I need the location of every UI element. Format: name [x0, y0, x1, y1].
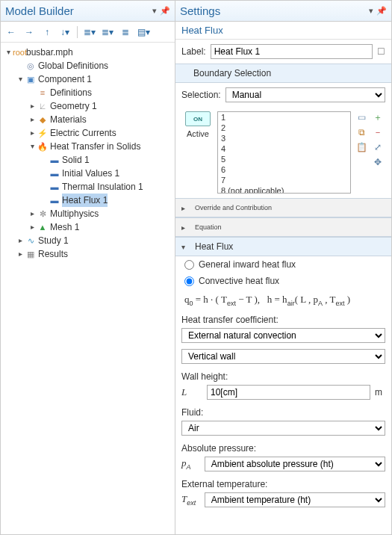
tree-item-label: Definitions — [50, 86, 92, 99]
tree-item-label: Initial Values 1 — [62, 167, 119, 180]
remove-icon[interactable]: － — [372, 126, 384, 138]
radio-general[interactable] — [184, 260, 194, 270]
paste-icon[interactable]: 📋 — [355, 141, 367, 153]
tree-item-icon: ▲ — [37, 220, 49, 234]
tree-node[interactable]: ▸⟀Geometry 1 — [1, 99, 175, 113]
tree-twisty-icon[interactable]: ▸ — [28, 113, 37, 126]
expand-icon[interactable]: ≣▾ — [100, 25, 115, 40]
boundary-listbox[interactable]: 12345678 (not applicable) — [217, 111, 351, 194]
nav-up-icon[interactable]: ↑ — [40, 25, 55, 40]
copy-icon[interactable]: ⧉ — [355, 126, 367, 138]
tree-node[interactable]: ▬Thermal Insulation 1 — [1, 180, 175, 194]
wall-height-symbol: L — [181, 386, 202, 398]
heat-flux-formula: q0 = h · ( Text − T ), h = hair( L , pA … — [175, 289, 391, 312]
tree-twisty-icon[interactable]: ▸ — [28, 126, 37, 140]
boundary-item[interactable]: 8 (not applicable) — [218, 185, 350, 194]
tree-node[interactable]: ▸✼Multiphysics — [1, 207, 175, 220]
tree-node[interactable]: ▬Solid 1 — [1, 153, 175, 167]
tree-node[interactable]: ▬Heat Flux 1 — [1, 194, 175, 207]
tree-node[interactable]: ▾rootbusbar.mph — [1, 46, 175, 59]
nav-fwd-icon[interactable]: → — [22, 25, 37, 40]
radio-general-row[interactable]: General inward heat flux — [175, 256, 391, 273]
boundary-selection-header[interactable]: Boundary Selection — [175, 64, 391, 83]
pressure-label: Absolute pressure: — [175, 440, 391, 455]
settings-subtitle: Heat Flux — [175, 22, 391, 40]
htc-label: Heat transfer coefficient: — [175, 312, 391, 327]
override-section[interactable]: ▸ Override and Contribution — [175, 198, 391, 217]
tree-item-icon: ◆ — [37, 113, 49, 126]
radio-convective[interactable] — [184, 276, 194, 286]
boundary-item[interactable]: 6 — [218, 164, 350, 175]
tree-node[interactable]: ▬Initial Values 1 — [1, 167, 175, 180]
boundary-item[interactable]: 5 — [218, 154, 350, 164]
tree-twisty-icon[interactable]: ▸ — [16, 234, 25, 247]
activate-icon[interactable]: ▭ — [355, 111, 367, 123]
active-toggle[interactable]: ON — [185, 111, 211, 126]
wall-height-input[interactable] — [207, 385, 370, 400]
list-icon[interactable]: ≣ — [118, 25, 133, 40]
boundary-item[interactable]: 1 — [218, 112, 350, 123]
panel-menu-icon[interactable]: ▾ — [152, 6, 157, 16]
tree-twisty-icon[interactable]: ▾ — [28, 140, 37, 153]
settings-panel-menu-icon[interactable]: ▾ — [369, 6, 373, 16]
model-builder-title: Model Builder — [5, 4, 149, 17]
tree-node[interactable]: ≡Definitions — [1, 86, 175, 99]
zoom-icon[interactable]: ⤢ — [372, 141, 384, 153]
tree-item-icon: ∿ — [25, 234, 37, 247]
tree-twisty-icon[interactable]: ▾ — [16, 72, 25, 86]
settings-panel: Settings ▾ 📌 Heat Flux Label: ☐ Boundary… — [175, 0, 392, 535]
tree-node[interactable]: ▸⚡Electric Currents — [1, 126, 175, 140]
htc-type-dropdown[interactable]: External natural convection — [181, 328, 385, 343]
tree-node[interactable]: ▸▲Mesh 1 — [1, 220, 175, 234]
tree-item-icon: ▬ — [49, 180, 60, 194]
tree-item-label: Electric Currents — [50, 126, 116, 140]
selection-row: Selection: Manual — [175, 83, 391, 107]
label-input[interactable] — [211, 44, 373, 59]
equation-section[interactable]: ▸ Equation — [175, 217, 391, 237]
tree-node[interactable]: ▸◆Materials — [1, 113, 175, 126]
htc-geom-dropdown[interactable]: Vertical wall — [181, 349, 385, 364]
tree-twisty-icon[interactable]: ▸ — [28, 207, 37, 220]
tree-node[interactable]: ▾🔥Heat Transfer in Solids — [1, 140, 175, 153]
htc-row1: External natural convection — [175, 327, 391, 347]
nav-back-icon[interactable]: ← — [4, 25, 19, 40]
tree-twisty-icon[interactable]: ▾ — [4, 46, 13, 59]
selection-dropdown[interactable]: Manual — [225, 87, 385, 102]
tree-node[interactable]: ▾▣Component 1 — [1, 72, 175, 86]
pin-icon[interactable]: 📌 — [160, 6, 170, 16]
tree-twisty-icon[interactable]: ▸ — [28, 220, 37, 234]
nav-down-icon[interactable]: ↓▾ — [57, 25, 72, 40]
tree-item-label: Study 1 — [38, 234, 69, 247]
tree-item-icon: ▬ — [49, 194, 60, 207]
add-icon[interactable]: ＋ — [372, 111, 384, 123]
details-icon[interactable]: ▤▾ — [136, 25, 151, 40]
pressure-symbol: pA — [181, 457, 200, 471]
ext-temp-symbol: Text — [181, 493, 200, 507]
tree-node[interactable]: ▸∿Study 1 — [1, 234, 175, 247]
settings-pin-icon[interactable]: 📌 — [376, 6, 387, 16]
tree-node[interactable]: ▸▦Results — [1, 247, 175, 261]
label-help-icon[interactable]: ☐ — [377, 46, 385, 57]
tree-item-label: Materials — [50, 113, 87, 126]
heatflux-section[interactable]: ▾ Heat Flux — [175, 237, 391, 256]
tree-node[interactable]: ◎Global Definitions — [1, 59, 175, 72]
fluid-dropdown[interactable]: Air — [181, 421, 385, 436]
radio-convective-row[interactable]: Convective heat flux — [175, 273, 391, 289]
boundary-item[interactable]: 4 — [218, 143, 350, 154]
boundary-item[interactable]: 3 — [218, 133, 350, 143]
select-all-icon[interactable]: ✥ — [372, 156, 384, 168]
collapse-all-icon[interactable]: ≣▾ — [82, 25, 97, 40]
tree-twisty-icon[interactable]: ▸ — [28, 99, 37, 113]
tree-item-icon: ▦ — [25, 247, 37, 261]
tree-twisty-icon[interactable]: ▸ — [16, 247, 25, 261]
pressure-dropdown[interactable]: Ambient absolute pressure (ht) — [205, 457, 385, 471]
ext-temp-dropdown[interactable]: Ambient temperature (ht) — [205, 492, 385, 507]
model-builder-toolbar: ← → ↑ ↓▾ ≣▾ ≣▾ ≣ ▤▾ — [1, 22, 175, 43]
model-tree[interactable]: ▾rootbusbar.mph◎Global Definitions▾▣Comp… — [1, 43, 175, 534]
boundary-item[interactable]: 7 — [218, 175, 350, 185]
ext-temp-row: Text Ambient temperature (ht) — [175, 491, 391, 512]
boundary-list-area: ON Active 12345678 (not applicable) ▭ ＋ … — [175, 107, 391, 198]
wall-height-label: Wall height: — [175, 368, 391, 383]
boundary-item[interactable]: 2 — [218, 123, 350, 133]
tree-item-label: Heat Transfer in Solids — [50, 140, 140, 153]
